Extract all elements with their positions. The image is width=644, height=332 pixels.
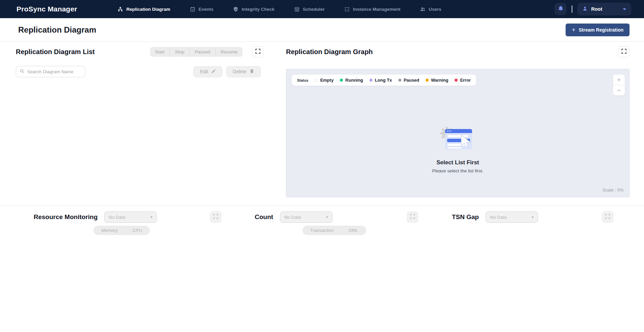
- graph-panel-title: Replication Diagram Graph: [286, 48, 373, 56]
- count-select[interactable]: No Data ▾: [280, 211, 332, 223]
- nav-item-replication-diagram[interactable]: Replication Diagram: [117, 6, 170, 12]
- fullscreen-icon: [409, 213, 416, 221]
- fullscreen-icon: [605, 213, 611, 221]
- plus-icon: +: [617, 77, 621, 83]
- tsn-gap-section: TSN Gap No Data ▾: [452, 211, 613, 236]
- tab-memory[interactable]: Memory: [94, 228, 125, 233]
- bulk-action-group: Start Stop Paused Resume: [150, 47, 243, 57]
- nav-item-label: Replication Diagram: [126, 7, 170, 12]
- pencil-icon: [211, 69, 216, 75]
- shield-check-icon: [233, 6, 239, 12]
- nav-item-instance-management[interactable]: Instance Management: [344, 6, 400, 12]
- grid-dots-icon: [344, 6, 350, 12]
- page-title: Replication Diagram: [18, 25, 96, 35]
- delete-button[interactable]: Delete: [226, 66, 261, 77]
- empty-state-title: Select List First: [401, 159, 515, 166]
- zoom-out-button[interactable]: −: [613, 85, 625, 95]
- count-section: Count No Data ▾ Transaction DML: [255, 211, 418, 236]
- nav-item-integrity-check[interactable]: Integrity Check: [233, 6, 275, 12]
- nav-item-label: Events: [199, 7, 213, 12]
- graph-canvas[interactable]: Status Empty Running Long Tx Paused Warn…: [286, 69, 630, 197]
- list-fullscreen-button[interactable]: [252, 46, 263, 57]
- status-dot-paused: [398, 79, 401, 82]
- edit-button-label: Edit: [200, 69, 208, 74]
- fullscreen-icon: [255, 48, 261, 56]
- resume-button[interactable]: Resume: [215, 47, 243, 57]
- top-nav: ProSync Manager Replication Diagram: [0, 0, 644, 18]
- status-legend: Status Empty Running Long Tx Paused Warn…: [292, 75, 476, 86]
- zoom-in-button[interactable]: +: [613, 75, 625, 85]
- tab-cpu[interactable]: CPU: [125, 228, 150, 233]
- nav-item-label: Integrity Check: [242, 7, 275, 12]
- status-dot-empty: [315, 79, 318, 82]
- users-icon: [420, 6, 426, 12]
- tsn-gap-select[interactable]: No Data ▾: [486, 211, 538, 223]
- resource-fullscreen-button[interactable]: [210, 211, 221, 223]
- resource-monitoring-title: Resource Monitoring: [34, 213, 98, 221]
- tab-dml[interactable]: DML: [341, 228, 366, 233]
- user-menu-button[interactable]: Root: [577, 3, 631, 15]
- section-divider: [0, 205, 644, 206]
- app-window: ProSync Manager Replication Diagram: [0, 0, 644, 332]
- user-name: Root: [591, 6, 602, 12]
- select-value: No Data: [490, 215, 507, 220]
- resource-monitoring-section: Resource Monitoring No Data ▾ Memory CPU: [34, 211, 221, 236]
- list-panel-title: Replication Diagram List: [16, 48, 95, 56]
- legend-item-label: Empty: [320, 78, 334, 83]
- resource-monitoring-select[interactable]: No Data ▾: [104, 211, 157, 223]
- chevron-down-icon: [622, 6, 627, 12]
- resource-tabs: Memory CPU: [94, 226, 150, 235]
- empty-state-subtitle: Please select the list first.: [401, 168, 515, 173]
- brand-logo: ProSync Manager: [16, 5, 77, 13]
- graph-panel-header: Replication Diagram Graph: [286, 46, 630, 58]
- dropdown-arrow-icon: ▾: [150, 215, 152, 219]
- nav-item-label: Scheduler: [303, 7, 325, 12]
- nav-right-cluster: Root: [554, 3, 631, 15]
- search-box: [16, 66, 85, 77]
- search-input[interactable]: [27, 69, 87, 74]
- fullscreen-icon: [213, 213, 219, 221]
- count-fullscreen-button[interactable]: [407, 211, 418, 223]
- nav-item-scheduler[interactable]: Scheduler: [294, 6, 325, 12]
- nav-item-users[interactable]: Users: [420, 6, 441, 12]
- status-dot-running: [340, 79, 343, 82]
- paused-button[interactable]: Paused: [189, 47, 215, 57]
- dropdown-arrow-icon: ▾: [326, 215, 328, 219]
- status-dot-warning: [426, 79, 429, 82]
- minus-icon: −: [617, 87, 621, 93]
- tab-transaction[interactable]: Transaction: [303, 228, 341, 233]
- calendar-check-icon: [190, 6, 195, 12]
- dropdown-arrow-icon: ▾: [532, 215, 534, 219]
- nav-item-label: Users: [429, 7, 441, 12]
- graph-fullscreen-button[interactable]: [618, 46, 630, 57]
- stop-button[interactable]: Stop: [170, 47, 189, 57]
- notifications-button[interactable]: [554, 3, 567, 15]
- trash-icon: [249, 69, 254, 75]
- legend-item-running: Running: [340, 78, 363, 83]
- search-icon: [20, 69, 25, 75]
- tsn-gap-fullscreen-button[interactable]: [602, 211, 613, 223]
- person-icon: [582, 6, 588, 13]
- edit-button[interactable]: Edit: [193, 66, 222, 77]
- fullscreen-icon: [621, 48, 627, 56]
- legend-item-long-tx: Long Tx: [369, 78, 392, 83]
- count-tabs: Transaction DML: [302, 226, 366, 235]
- legend-item-label: Paused: [404, 78, 419, 83]
- scale-indicator: Scale : 0%: [603, 188, 623, 193]
- nav-menu: Replication Diagram Events: [117, 6, 441, 12]
- bell-icon: [558, 5, 564, 13]
- nav-item-label: Instance Management: [353, 7, 400, 12]
- start-button[interactable]: Start: [150, 47, 170, 57]
- stream-registration-button[interactable]: + Stream Registration: [566, 24, 630, 36]
- status-dot-long-tx: [369, 79, 372, 82]
- page-header: Replication Diagram + Stream Registratio…: [0, 18, 644, 42]
- nav-item-events[interactable]: Events: [190, 6, 213, 12]
- select-value: No Data: [284, 215, 301, 220]
- stream-registration-label: Stream Registration: [579, 27, 623, 33]
- status-dot-error: [455, 79, 458, 82]
- calendar-lines-icon: [294, 6, 300, 12]
- list-toolbar: Edit Delete: [16, 66, 263, 77]
- legend-item-empty: Empty: [315, 78, 334, 83]
- legend-item-warning: Warning: [426, 78, 449, 83]
- select-list-illustration: [401, 123, 515, 155]
